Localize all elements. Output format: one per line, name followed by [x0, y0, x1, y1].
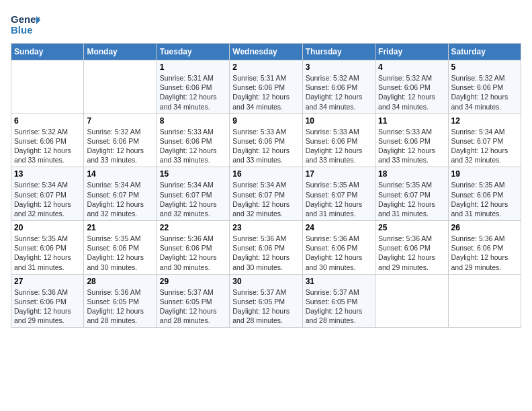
calendar-cell: [84, 60, 157, 114]
day-info: Sunrise: 5:31 AM Sunset: 6:06 PM Dayligh…: [232, 73, 299, 111]
calendar-cell: 17Sunrise: 5:35 AM Sunset: 6:07 PM Dayli…: [302, 167, 375, 221]
day-info: Sunrise: 5:34 AM Sunset: 6:07 PM Dayligh…: [14, 180, 81, 218]
day-number: 2: [232, 62, 299, 72]
day-info: Sunrise: 5:36 AM Sunset: 6:06 PM Dayligh…: [451, 234, 518, 272]
day-info: Sunrise: 5:35 AM Sunset: 6:06 PM Dayligh…: [451, 180, 518, 218]
calendar-cell: 22Sunrise: 5:36 AM Sunset: 6:06 PM Dayli…: [157, 221, 229, 275]
day-info: Sunrise: 5:33 AM Sunset: 6:06 PM Dayligh…: [378, 127, 445, 165]
day-info: Sunrise: 5:36 AM Sunset: 6:06 PM Dayligh…: [306, 234, 372, 272]
day-number: 7: [87, 116, 153, 126]
calendar-cell: 6Sunrise: 5:32 AM Sunset: 6:06 PM Daylig…: [11, 113, 84, 167]
weekday-header: Tuesday: [157, 44, 229, 60]
day-info: Sunrise: 5:34 AM Sunset: 6:07 PM Dayligh…: [87, 180, 153, 218]
day-info: Sunrise: 5:33 AM Sunset: 6:06 PM Dayligh…: [160, 127, 226, 165]
calendar-table: SundayMondayTuesdayWednesdayThursdayFrid…: [11, 43, 521, 328]
day-number: 18: [378, 169, 445, 179]
calendar-cell: 27Sunrise: 5:36 AM Sunset: 6:06 PM Dayli…: [11, 274, 84, 328]
calendar-cell: 13Sunrise: 5:34 AM Sunset: 6:07 PM Dayli…: [11, 167, 84, 221]
calendar-cell: 15Sunrise: 5:34 AM Sunset: 6:07 PM Dayli…: [157, 167, 229, 221]
calendar-cell: 12Sunrise: 5:34 AM Sunset: 6:07 PM Dayli…: [448, 113, 521, 167]
calendar-cell: 25Sunrise: 5:36 AM Sunset: 6:06 PM Dayli…: [375, 221, 448, 275]
calendar-cell: 7Sunrise: 5:32 AM Sunset: 6:06 PM Daylig…: [84, 113, 157, 167]
day-info: Sunrise: 5:35 AM Sunset: 6:06 PM Dayligh…: [87, 234, 153, 272]
day-info: Sunrise: 5:36 AM Sunset: 6:06 PM Dayligh…: [14, 287, 81, 326]
weekday-header: Wednesday: [230, 44, 302, 60]
calendar-body: 1Sunrise: 5:31 AM Sunset: 6:06 PM Daylig…: [11, 60, 521, 328]
calendar-cell: 29Sunrise: 5:37 AM Sunset: 6:05 PM Dayli…: [157, 274, 229, 328]
day-info: Sunrise: 5:36 AM Sunset: 6:06 PM Dayligh…: [232, 234, 299, 272]
day-number: 4: [378, 62, 445, 72]
day-info: Sunrise: 5:36 AM Sunset: 6:06 PM Dayligh…: [378, 234, 445, 272]
day-info: Sunrise: 5:37 AM Sunset: 6:05 PM Dayligh…: [160, 287, 226, 326]
calendar-cell: 16Sunrise: 5:34 AM Sunset: 6:07 PM Dayli…: [230, 167, 302, 221]
day-number: 26: [451, 223, 518, 232]
day-number: 12: [451, 116, 518, 126]
day-info: Sunrise: 5:35 AM Sunset: 6:06 PM Dayligh…: [14, 234, 81, 272]
day-number: 14: [87, 169, 153, 179]
svg-text:Blue: Blue: [11, 24, 33, 36]
weekday-header: Thursday: [302, 44, 375, 60]
day-number: 22: [160, 223, 226, 232]
calendar-cell: 18Sunrise: 5:35 AM Sunset: 6:07 PM Dayli…: [375, 167, 448, 221]
day-number: 24: [306, 223, 372, 232]
day-number: 8: [160, 116, 226, 126]
calendar-cell: 1Sunrise: 5:31 AM Sunset: 6:06 PM Daylig…: [157, 60, 229, 114]
weekday-header: Friday: [375, 44, 448, 60]
day-info: Sunrise: 5:35 AM Sunset: 6:07 PM Dayligh…: [306, 180, 372, 218]
svg-text:General: General: [11, 13, 40, 25]
calendar-week-row: 13Sunrise: 5:34 AM Sunset: 6:07 PM Dayli…: [11, 167, 521, 221]
calendar-cell: 31Sunrise: 5:37 AM Sunset: 6:05 PM Dayli…: [302, 274, 375, 328]
day-number: 5: [451, 62, 518, 72]
day-number: 19: [451, 169, 518, 179]
day-info: Sunrise: 5:37 AM Sunset: 6:05 PM Dayligh…: [232, 287, 299, 326]
day-number: 31: [306, 277, 372, 286]
calendar-cell: 30Sunrise: 5:37 AM Sunset: 6:05 PM Dayli…: [230, 274, 302, 328]
calendar-cell: [375, 274, 448, 328]
day-number: 9: [232, 116, 299, 126]
day-info: Sunrise: 5:34 AM Sunset: 6:07 PM Dayligh…: [232, 180, 299, 218]
calendar-week-row: 6Sunrise: 5:32 AM Sunset: 6:06 PM Daylig…: [11, 113, 521, 167]
day-number: 3: [306, 62, 372, 72]
day-number: 28: [87, 277, 153, 286]
day-number: 17: [306, 169, 372, 179]
day-info: Sunrise: 5:34 AM Sunset: 6:07 PM Dayligh…: [160, 180, 226, 218]
calendar-cell: 5Sunrise: 5:32 AM Sunset: 6:06 PM Daylig…: [448, 60, 521, 114]
day-info: Sunrise: 5:33 AM Sunset: 6:06 PM Dayligh…: [232, 127, 299, 165]
logo-icon: General Blue: [11, 11, 40, 36]
day-info: Sunrise: 5:33 AM Sunset: 6:06 PM Dayligh…: [306, 127, 372, 165]
day-number: 23: [232, 223, 299, 232]
day-number: 29: [160, 277, 226, 286]
day-info: Sunrise: 5:32 AM Sunset: 6:06 PM Dayligh…: [14, 127, 81, 165]
day-info: Sunrise: 5:32 AM Sunset: 6:06 PM Dayligh…: [451, 73, 518, 111]
calendar-cell: 2Sunrise: 5:31 AM Sunset: 6:06 PM Daylig…: [230, 60, 302, 114]
day-info: Sunrise: 5:34 AM Sunset: 6:07 PM Dayligh…: [451, 127, 518, 165]
calendar-cell: 24Sunrise: 5:36 AM Sunset: 6:06 PM Dayli…: [302, 221, 375, 275]
calendar-cell: 11Sunrise: 5:33 AM Sunset: 6:06 PM Dayli…: [375, 113, 448, 167]
day-info: Sunrise: 5:37 AM Sunset: 6:05 PM Dayligh…: [306, 287, 372, 326]
day-info: Sunrise: 5:35 AM Sunset: 6:07 PM Dayligh…: [378, 180, 445, 218]
day-number: 11: [378, 116, 445, 126]
day-info: Sunrise: 5:32 AM Sunset: 6:06 PM Dayligh…: [378, 73, 445, 111]
day-number: 27: [14, 277, 81, 286]
calendar-cell: 20Sunrise: 5:35 AM Sunset: 6:06 PM Dayli…: [11, 221, 84, 275]
day-number: 6: [14, 116, 81, 126]
calendar-cell: 10Sunrise: 5:33 AM Sunset: 6:06 PM Dayli…: [302, 113, 375, 167]
day-number: 1: [160, 62, 226, 72]
day-number: 15: [160, 169, 226, 179]
calendar-cell: 4Sunrise: 5:32 AM Sunset: 6:06 PM Daylig…: [375, 60, 448, 114]
calendar-cell: [448, 274, 521, 328]
calendar-week-row: 27Sunrise: 5:36 AM Sunset: 6:06 PM Dayli…: [11, 274, 521, 328]
calendar-cell: 26Sunrise: 5:36 AM Sunset: 6:06 PM Dayli…: [448, 221, 521, 275]
calendar-cell: 21Sunrise: 5:35 AM Sunset: 6:06 PM Dayli…: [84, 221, 157, 275]
day-number: 10: [306, 116, 372, 126]
weekday-header: Sunday: [11, 44, 84, 60]
weekday-header: Saturday: [448, 44, 521, 60]
calendar-cell: 14Sunrise: 5:34 AM Sunset: 6:07 PM Dayli…: [84, 167, 157, 221]
day-number: 30: [232, 277, 299, 286]
calendar-cell: 19Sunrise: 5:35 AM Sunset: 6:06 PM Dayli…: [448, 167, 521, 221]
calendar-cell: 23Sunrise: 5:36 AM Sunset: 6:06 PM Dayli…: [230, 221, 302, 275]
weekday-header: Monday: [84, 44, 157, 60]
calendar-cell: 3Sunrise: 5:32 AM Sunset: 6:06 PM Daylig…: [302, 60, 375, 114]
page-header: General Blue: [11, 11, 521, 36]
day-info: Sunrise: 5:32 AM Sunset: 6:06 PM Dayligh…: [306, 73, 372, 111]
